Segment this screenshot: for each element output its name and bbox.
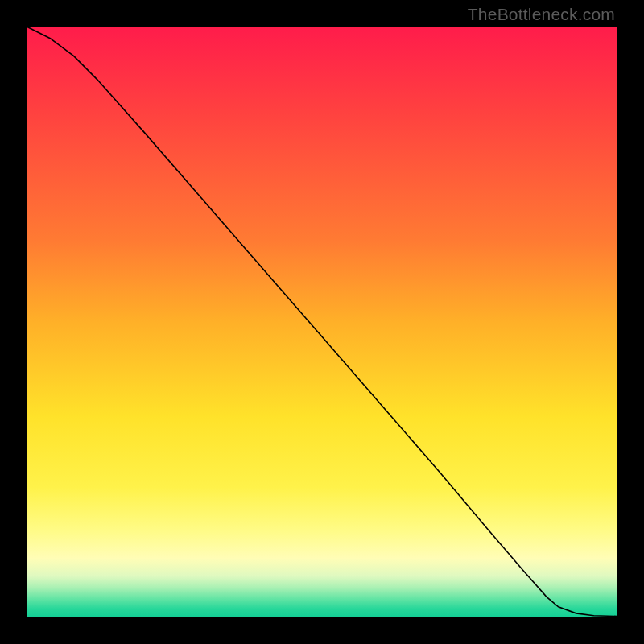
highlight-segment [520, 565, 535, 582]
chart-overlay [27, 27, 617, 617]
data-curve [27, 27, 617, 617]
chart-frame: TheBottleneck.com [0, 0, 644, 644]
highlight-markers [423, 452, 617, 616]
highlight-segment [564, 613, 572, 614]
highlight-segment [502, 545, 512, 556]
watermark-text: TheBottleneck.com [468, 5, 615, 24]
